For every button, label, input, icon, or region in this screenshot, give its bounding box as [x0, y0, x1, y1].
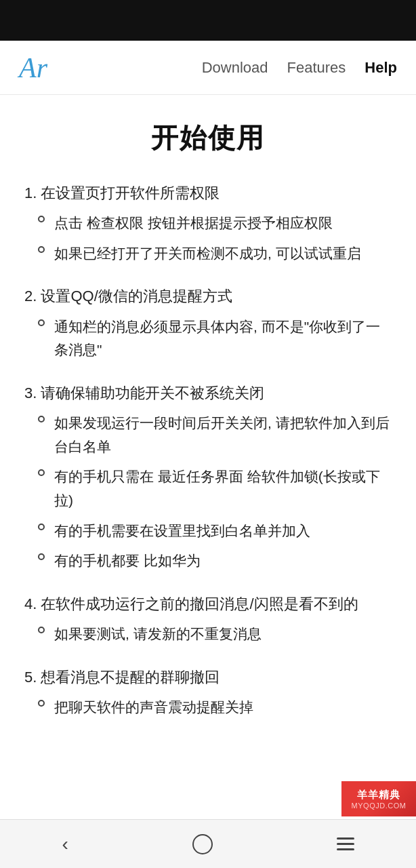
list-item: 如果已经打开了开关而检测不成功, 可以试试重启: [38, 242, 392, 266]
nav-bar: Ar Download Features Help: [0, 41, 416, 95]
bullet-icon: [38, 553, 45, 560]
section-2: 2. 设置QQ/微信的消息提醒方式 通知栏的消息必须显示具体内容, 而不是"你收…: [24, 284, 392, 361]
section-4-sub-list: 如果要测试, 请发新的不重复消息: [24, 623, 392, 646]
sub-text: 通知栏的消息必须显示具体内容, 而不是"你收到了一条消息": [54, 315, 392, 362]
nav-features[interactable]: Features: [287, 59, 346, 77]
section-1: 1. 在设置页打开软件所需权限 点击 检查权限 按钮并根据提示授予相应权限 如果…: [24, 181, 392, 265]
section-2-heading: 2. 设置QQ/微信的消息提醒方式: [24, 284, 392, 308]
page-title: 开始使用: [24, 119, 392, 157]
nav-help[interactable]: Help: [365, 59, 397, 77]
sub-text: 把聊天软件的声音震动提醒关掉: [54, 696, 392, 719]
bullet-icon: [38, 246, 45, 253]
watermark-line2: MYQQJD.COM: [352, 802, 407, 810]
sub-text: 有的手机需要在设置里找到白名单并加入: [54, 519, 392, 543]
status-bar: [0, 0, 416, 41]
section-2-sub-list: 通知栏的消息必须显示具体内容, 而不是"你收到了一条消息": [24, 315, 392, 362]
bullet-icon: [38, 627, 45, 633]
list-item: 有的手机只需在 最近任务界面 给软件加锁(长按或下拉): [38, 465, 392, 512]
menu-lines-icon: [337, 837, 354, 850]
section-3-sub-list: 如果发现运行一段时间后开关关闭, 请把软件加入到后台白名单 有的手机只需在 最近…: [24, 412, 392, 573]
section-1-sub-list: 点击 检查权限 按钮并根据提示授予相应权限 如果已经打开了开关而检测不成功, 可…: [24, 212, 392, 265]
nav-download[interactable]: Download: [202, 59, 268, 77]
section-5: 5. 想看消息不提醒的群聊撤回 把聊天软件的声音震动提醒关掉: [24, 665, 392, 719]
section-5-heading: 5. 想看消息不提醒的群聊撤回: [24, 665, 392, 689]
bullet-icon: [38, 700, 45, 707]
sub-text: 点击 检查权限 按钮并根据提示授予相应权限: [54, 212, 392, 235]
sub-text: 如果要测试, 请发新的不重复消息: [54, 623, 392, 646]
home-button[interactable]: [179, 829, 226, 860]
section-4: 4. 在软件成功运行之前的撤回消息/闪照是看不到的 如果要测试, 请发新的不重复…: [24, 592, 392, 646]
nav-links: Download Features Help: [202, 59, 397, 77]
bullet-icon: [38, 524, 45, 530]
section-3: 3. 请确保辅助功能开关不被系统关闭 如果发现运行一段时间后开关关闭, 请把软件…: [24, 381, 392, 573]
bullet-icon: [38, 319, 45, 326]
section-1-heading: 1. 在设置页打开软件所需权限: [24, 181, 392, 205]
sub-text: 如果已经打开了开关而检测不成功, 可以试试重启: [54, 242, 392, 266]
sub-text: 如果发现运行一段时间后开关关闭, 请把软件加入到后台白名单: [54, 412, 392, 458]
section-3-heading: 3. 请确保辅助功能开关不被系统关闭: [24, 381, 392, 405]
list-item: 有的手机需要在设置里找到白名单并加入: [38, 519, 392, 543]
home-circle-icon: [192, 834, 213, 854]
bullet-icon: [38, 416, 45, 422]
list-item: 如果要测试, 请发新的不重复消息: [38, 623, 392, 646]
watermark: 羊羊精典 MYQQJD.COM: [341, 781, 416, 816]
section-list: 1. 在设置页打开软件所需权限 点击 检查权限 按钮并根据提示授予相应权限 如果…: [24, 181, 392, 719]
watermark-line1: 羊羊精典: [357, 789, 400, 802]
nav-logo: Ar: [19, 54, 47, 82]
bullet-icon: [38, 216, 45, 222]
back-button[interactable]: ‹: [48, 828, 81, 861]
list-item: 通知栏的消息必须显示具体内容, 而不是"你收到了一条消息": [38, 315, 392, 362]
bottom-nav: ‹: [0, 819, 416, 868]
list-item: 点击 检查权限 按钮并根据提示授予相应权限: [38, 212, 392, 235]
bullet-icon: [38, 469, 45, 476]
main-content: 开始使用 1. 在设置页打开软件所需权限 点击 检查权限 按钮并根据提示授予相应…: [0, 95, 416, 819]
sub-text: 有的手机只需在 最近任务界面 给软件加锁(长按或下拉): [54, 465, 392, 512]
sub-text: 有的手机都要 比如华为: [54, 549, 392, 573]
menu-button[interactable]: [323, 832, 368, 856]
list-item: 把聊天软件的声音震动提醒关掉: [38, 696, 392, 719]
list-item: 有的手机都要 比如华为: [38, 549, 392, 573]
section-5-sub-list: 把聊天软件的声音震动提醒关掉: [24, 696, 392, 719]
list-item: 如果发现运行一段时间后开关关闭, 请把软件加入到后台白名单: [38, 412, 392, 458]
section-4-heading: 4. 在软件成功运行之前的撤回消息/闪照是看不到的: [24, 592, 392, 616]
